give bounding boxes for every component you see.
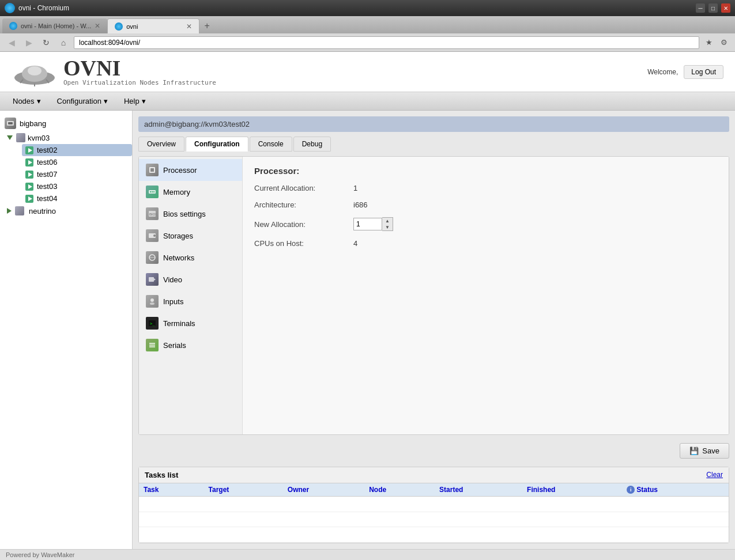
tab-configuration[interactable]: Configuration — [186, 137, 248, 152]
config-item-memory[interactable]: Memory — [139, 181, 242, 203]
nav-configuration[interactable]: Configuration ▾ — [50, 94, 115, 108]
logo-area: OVNI Open Virtualization Nodes Infrastru… — [12, 57, 216, 86]
col-node[interactable]: Node — [364, 483, 435, 497]
new-allocation-input[interactable] — [353, 218, 382, 230]
nav-nodes[interactable]: Nodes ▾ — [6, 94, 48, 108]
home-btn[interactable]: ⌂ — [56, 36, 70, 50]
inputs-icon — [146, 295, 159, 308]
config-item-video[interactable]: Video — [139, 268, 242, 290]
svg-point-17 — [153, 234, 156, 237]
tab1-close[interactable]: ✕ — [95, 22, 100, 30]
back-btn[interactable]: ◀ — [5, 36, 18, 50]
tabs-bar: Overview Configuration Console Debug — [138, 137, 729, 152]
forward-btn[interactable]: ▶ — [22, 36, 36, 50]
welcome-text: Welcome, — [647, 68, 678, 76]
tab2-close[interactable]: ✕ — [186, 22, 192, 31]
processor-icon — [146, 164, 159, 176]
new-allocation-label: New Allocation: — [254, 220, 346, 229]
config-item-terminals[interactable]: >_ Terminals — [139, 312, 242, 334]
tasks-section: Tasks list Clear Task Target Owner Node … — [138, 467, 729, 544]
current-allocation-value: 1 — [353, 184, 357, 192]
app-footer: Powered by WaveMaker — [0, 549, 735, 560]
host-bigbang-icon — [5, 118, 16, 129]
maximize-btn[interactable]: □ — [708, 3, 718, 13]
svg-text:BIOS: BIOS — [149, 213, 156, 216]
tab-debug[interactable]: Debug — [293, 137, 331, 152]
col-owner[interactable]: Owner — [283, 483, 364, 497]
window-controls: ─ □ ✕ — [696, 3, 730, 13]
sidebar-host-neutrino[interactable]: neutrino — [0, 205, 132, 217]
config-item-serials[interactable]: Serials — [139, 334, 242, 356]
vm-item-test06[interactable]: test06 — [22, 156, 132, 168]
address-input[interactable] — [74, 36, 699, 49]
new-tab-btn[interactable]: + — [199, 18, 214, 33]
browser-titlebar: ovni - Chromium ─ □ ✕ — [0, 0, 735, 16]
clear-button[interactable]: Clear — [706, 471, 723, 479]
empty-row-3 — [139, 527, 729, 543]
col-task[interactable]: Task — [139, 483, 204, 497]
serials-icon — [146, 339, 159, 351]
col-status[interactable]: i Status — [622, 483, 729, 497]
config-label-processor: Processor — [163, 166, 197, 175]
svg-rect-11 — [150, 191, 151, 192]
config-item-bios[interactable]: BIOS Bios settings — [139, 203, 242, 225]
vm-label-test04: test04 — [37, 194, 57, 203]
reload-btn[interactable]: ↻ — [39, 36, 53, 50]
vm-item-test03[interactable]: test03 — [22, 180, 132, 192]
vm-item-test07[interactable]: test07 — [22, 168, 132, 180]
config-item-storages[interactable]: Storages — [139, 225, 242, 247]
video-icon — [146, 273, 159, 286]
expand-neutrino-icon — [7, 208, 12, 214]
config-item-networks[interactable]: Networks — [139, 247, 242, 268]
svg-point-2 — [28, 66, 42, 75]
tab-1[interactable]: ovni - Main (Home) - W... ✕ — [2, 18, 107, 33]
processor-title: Processor: — [254, 166, 717, 176]
neutrino-label: neutrino — [29, 207, 56, 215]
col-target[interactable]: Target — [204, 483, 283, 497]
header-right: Welcome, Log Out — [647, 65, 723, 79]
close-btn[interactable]: ✕ — [721, 3, 730, 13]
vm-host-kvm03-row[interactable]: kvm03 — [5, 131, 132, 144]
new-allocation-spinbox: ▲ ▼ — [353, 217, 393, 231]
spinbox-up-btn[interactable]: ▲ — [382, 218, 393, 224]
bios-icon: BIOS — [146, 207, 159, 220]
expand-kvm03-icon — [7, 135, 13, 140]
tasks-header-row: Task Target Owner Node Started Finished … — [139, 483, 729, 497]
vm-label-test06: test06 — [37, 158, 57, 167]
address-bar: ◀ ▶ ↻ ⌂ ★ ⚙ — [0, 33, 735, 52]
vm-label-test03: test03 — [37, 182, 57, 191]
bookmark-icon[interactable]: ★ — [703, 36, 715, 49]
minimize-btn[interactable]: ─ — [696, 3, 705, 13]
col-started[interactable]: Started — [435, 483, 522, 497]
svg-rect-13 — [153, 191, 154, 192]
save-button[interactable]: 💾 Save — [680, 443, 729, 459]
tab-2[interactable]: ovni ✕ — [107, 18, 199, 33]
config-item-processor[interactable]: Processor — [139, 159, 242, 181]
network-icon — [146, 251, 159, 264]
settings-icon[interactable]: ⚙ — [718, 36, 730, 49]
tab-console[interactable]: Console — [250, 137, 292, 152]
svg-text:>_: >_ — [150, 321, 155, 326]
content-area: admin@bigbang://kvm03/test02 Overview Co… — [133, 111, 735, 549]
spinbox-down-btn[interactable]: ▼ — [382, 224, 393, 230]
config-label-terminals: Terminals — [163, 319, 195, 328]
config-label-serials: Serials — [163, 341, 186, 350]
status-info-icon[interactable]: i — [627, 486, 635, 494]
col-finished[interactable]: Finished — [522, 483, 622, 497]
tasks-table: Task Target Owner Node Started Finished … — [139, 483, 729, 543]
nav-help[interactable]: Help ▾ — [117, 94, 153, 108]
logout-button[interactable]: Log Out — [684, 65, 723, 79]
breadcrumb: admin@bigbang://kvm03/test02 — [138, 116, 729, 132]
logo-subtitle: Open Virtualization Nodes Infrastructure — [63, 79, 216, 86]
tab-overview[interactable]: Overview — [138, 137, 184, 152]
footer-text: Powered by WaveMaker — [6, 551, 74, 558]
vm-item-test02[interactable]: test02 — [22, 144, 132, 156]
vm-item-test04[interactable]: test04 — [22, 192, 132, 205]
vm-play-test02-icon — [25, 146, 33, 154]
vm-play-test03-icon — [25, 183, 33, 191]
tasks-table-head: Task Target Owner Node Started Finished … — [139, 483, 729, 497]
sidebar-host-bigbang[interactable]: bigbang — [0, 115, 132, 131]
cpus-on-host-label: CPUs on Host: — [254, 239, 346, 248]
memory-icon — [146, 186, 159, 198]
config-item-inputs[interactable]: Inputs — [139, 290, 242, 312]
